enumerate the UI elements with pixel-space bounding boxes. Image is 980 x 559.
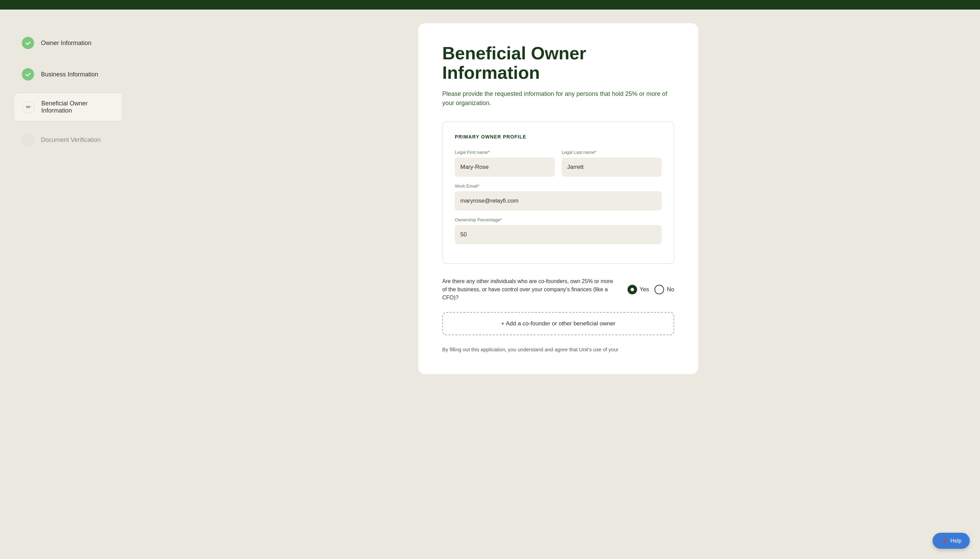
co-founders-section: Are there any other individuals who are … bbox=[442, 277, 674, 302]
question-row: Are there any other individuals who are … bbox=[442, 277, 674, 302]
sidebar-item-label-business: Business Information bbox=[41, 71, 98, 78]
first-name-group: Legal First name* bbox=[455, 150, 555, 177]
radio-yes-circle[interactable] bbox=[627, 285, 637, 294]
radio-group: Yes No bbox=[627, 285, 674, 294]
last-name-group: Legal Last name* bbox=[562, 150, 662, 177]
last-name-input[interactable] bbox=[562, 157, 662, 177]
radio-no[interactable]: No bbox=[654, 285, 674, 294]
sidebar-item-label-owner: Owner Information bbox=[41, 40, 91, 47]
business-info-icon bbox=[22, 68, 34, 81]
sidebar-item-document-verification[interactable]: Document Verification bbox=[14, 127, 123, 153]
sidebar-item-label-document: Document Verification bbox=[41, 136, 101, 144]
owner-info-icon bbox=[22, 37, 34, 49]
email-input[interactable] bbox=[455, 191, 662, 210]
top-bar bbox=[0, 0, 980, 10]
add-owner-button[interactable]: + Add a co-founder or other beneficial o… bbox=[442, 312, 674, 335]
pencil-icon: ✏ bbox=[26, 103, 31, 111]
radio-no-circle[interactable] bbox=[654, 285, 664, 294]
sidebar-item-label-beneficial: Beneficial Owner Information bbox=[41, 100, 114, 114]
page-subtitle: Please provide the requested information… bbox=[442, 89, 674, 108]
sidebar-item-beneficial-owner[interactable]: ✏ Beneficial Owner Information bbox=[14, 93, 123, 121]
profile-card: PRIMARY OWNER PROFILE Legal First name* … bbox=[442, 121, 674, 264]
radio-yes-label: Yes bbox=[640, 286, 649, 293]
help-button[interactable]: ❓ Help bbox=[932, 533, 970, 549]
email-row: Work Email* bbox=[455, 184, 662, 210]
content-card: Beneficial Owner Information Please prov… bbox=[418, 23, 698, 374]
profile-card-title: PRIMARY OWNER PROFILE bbox=[455, 134, 662, 139]
content-area: Beneficial Owner Information Please prov… bbox=[136, 10, 980, 559]
ownership-row: Ownership Percentage* bbox=[455, 217, 662, 244]
email-label: Work Email* bbox=[455, 184, 662, 189]
first-name-label: Legal First name* bbox=[455, 150, 555, 155]
radio-yes[interactable]: Yes bbox=[627, 285, 649, 294]
help-circle-icon: ❓ bbox=[941, 538, 948, 544]
co-founders-question-text: Are there any other individuals who are … bbox=[442, 277, 627, 302]
last-name-label: Legal Last name* bbox=[562, 150, 662, 155]
email-group: Work Email* bbox=[455, 184, 662, 210]
name-row: Legal First name* Legal Last name* bbox=[455, 150, 662, 177]
sidebar-item-business-information[interactable]: Business Information bbox=[14, 61, 123, 87]
help-button-label: Help bbox=[950, 538, 962, 544]
first-name-input[interactable] bbox=[455, 157, 555, 177]
ownership-label: Ownership Percentage* bbox=[455, 217, 662, 222]
sidebar: Owner Information Business Information ✏… bbox=[0, 10, 136, 559]
ownership-input[interactable] bbox=[455, 225, 662, 244]
beneficial-owner-icon: ✏ bbox=[22, 101, 35, 113]
document-verification-icon bbox=[22, 134, 34, 146]
page-title: Beneficial Owner Information bbox=[442, 44, 674, 83]
ownership-group: Ownership Percentage* bbox=[455, 217, 662, 244]
sidebar-item-owner-information[interactable]: Owner Information bbox=[14, 30, 123, 56]
footer-text: By filling out this application, you und… bbox=[442, 346, 674, 354]
radio-no-label: No bbox=[667, 286, 674, 293]
